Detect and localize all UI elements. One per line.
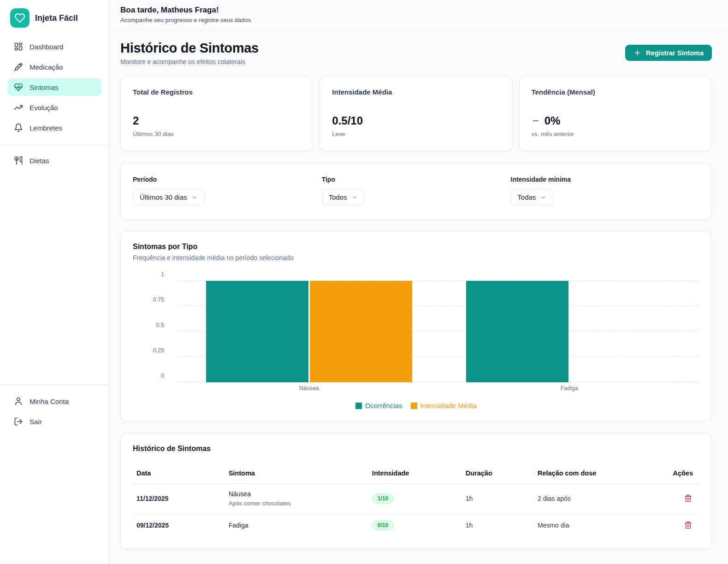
sidebar-item-dashboard[interactable]: Dashboard [7, 38, 101, 55]
stat-card-intensidade-media: Intensidade Média 0.5/10 Leve [320, 77, 512, 151]
sidebar-item-sintomas[interactable]: Sintomas [7, 78, 101, 96]
cell-duracao: 1h [462, 514, 534, 537]
stat-card-tendencia: Tendência (Mensal) 0% vs. mês anterior [519, 77, 712, 151]
stat-label: Total de Registros [133, 88, 301, 96]
column-header-duracao: Duração [462, 465, 534, 484]
app-logo: Injeta Fácil [7, 7, 101, 38]
x-axis-category-label: Fadiga [439, 385, 700, 392]
column-header-sintoma: Sintoma [225, 465, 368, 484]
sidebar-divider [0, 385, 109, 385]
sidebar-item-minha-conta[interactable]: Minha Conta [7, 392, 101, 410]
sidebar-item-label: Medicação [30, 63, 63, 71]
bar-ocorr-ncias[interactable] [466, 281, 568, 382]
dashboard-icon [14, 42, 23, 51]
user-icon [14, 397, 23, 406]
y-axis-tick-label: 0.5 [156, 322, 164, 328]
chevron-down-icon [351, 194, 358, 201]
stat-value: 2 [133, 114, 301, 127]
filter-intensidade-minima: Intensidade mínima Todas [510, 176, 699, 206]
filter-periodo: Período Últimos 30 dias [133, 176, 322, 206]
legend-label: Ocorrências [365, 402, 402, 410]
stat-cards: Total de Registros 2 Últimos 30 dias Int… [120, 77, 712, 151]
bar-group-fadiga [439, 281, 700, 382]
cell-duracao: 1h [462, 484, 534, 514]
stat-caption: Leve [332, 131, 500, 137]
syringe-icon [14, 62, 23, 71]
plus-icon [633, 49, 641, 57]
stat-value: 0.5/10 [332, 114, 500, 127]
sidebar-item-lembretes[interactable]: Lembretes [7, 119, 101, 137]
chart-card: Sintomas por Tipo Frequência e intensida… [120, 231, 712, 421]
cell-intensidade: 1/10 [368, 484, 462, 514]
sidebar-item-label: Sair [30, 418, 42, 426]
utensils-icon [14, 156, 23, 165]
sidebar-item-label: Dietas [30, 157, 49, 165]
greeting: Boa tarde, Matheus Fraga! [120, 6, 717, 15]
periodo-value: Últimos 30 dias [140, 193, 187, 201]
registrar-sintoma-button[interactable]: Registrar Sintoma [625, 45, 712, 61]
tipo-select[interactable]: Todos [322, 189, 365, 206]
page-title: Histórico de Sintomas [120, 41, 259, 56]
stat-label: Tendência (Mensal) [532, 88, 699, 96]
y-axis-tick-label: 0.75 [153, 297, 164, 303]
column-header-intensidade: Intensidade [368, 465, 462, 484]
symptom-name: Fadiga [229, 522, 365, 529]
sidebar-item-dietas[interactable]: Dietas [7, 152, 101, 169]
chart-legend: OcorrênciasIntensidade Média [133, 402, 699, 411]
heart-icon [10, 8, 30, 28]
chevron-down-icon [540, 194, 546, 201]
symptom-note: Após comer chocolates [229, 500, 365, 507]
logout-icon [14, 417, 23, 426]
filter-label: Período [133, 176, 322, 183]
app-name: Injeta Fácil [35, 13, 78, 23]
intensidade-minima-value: Todas [517, 193, 536, 201]
intensidade-minima-select[interactable]: Todas [510, 189, 553, 206]
trash-icon [684, 521, 692, 529]
page-subtitle: Monitore e acompanhe os efeitos colatera… [120, 58, 259, 65]
stat-caption: Últimos 30 dias [133, 131, 301, 137]
stat-value: 0% [532, 114, 699, 127]
stat-label: Intensidade Média [332, 88, 500, 96]
chevron-down-icon [191, 194, 198, 201]
periodo-select[interactable]: Últimos 30 dias [133, 189, 205, 206]
cell-data: 09/12/2025 [133, 514, 225, 537]
table-row: 09/12/2025 Fadiga 0/10 1h Mesmo dia [133, 514, 699, 537]
stat-caption: vs. mês anterior [532, 131, 699, 137]
chart-y-axis: 00.250.50.751 [133, 281, 179, 382]
bar-intensidade-m-dia[interactable] [310, 281, 412, 382]
sidebar-item-label: Evolução [30, 104, 58, 112]
sidebar-item-sair[interactable]: Sair [7, 413, 101, 430]
bell-icon [14, 123, 23, 132]
trash-icon [684, 494, 692, 502]
sidebar-item-label: Sintomas [30, 83, 59, 91]
legend-item[interactable]: Ocorrências [355, 402, 402, 410]
delete-row-button[interactable] [683, 493, 693, 503]
legend-label: Intensidade Média [420, 402, 477, 410]
cell-sintoma: Fadiga [225, 514, 368, 537]
intensity-badge: 1/10 [372, 493, 394, 504]
sidebar-item-label: Lembretes [30, 124, 62, 132]
stat-card-total-registros: Total de Registros 2 Últimos 30 dias [120, 77, 313, 151]
sidebar-item-evolucao[interactable]: Evolução [7, 99, 101, 116]
sidebar-item-label: Dashboard [30, 43, 63, 51]
sidebar-item-medicacao[interactable]: Medicação [7, 58, 101, 76]
y-axis-tick-label: 1 [161, 271, 164, 278]
y-axis-tick-label: 0 [161, 373, 164, 379]
chart-subtitle: Frequência e intensidade média no períod… [133, 254, 699, 261]
table-title: Histórico de Sintomas [133, 445, 699, 453]
cell-relacao: Mesmo dia [534, 514, 669, 537]
chart-title: Sintomas por Tipo [133, 243, 699, 251]
sidebar: Injeta Fácil Dashboard Medicação Sintoma… [0, 0, 109, 564]
table-row: 11/12/2025 Náusea Após comer chocolates … [133, 484, 699, 514]
legend-swatch-icon [411, 403, 417, 409]
bar-ocorr-ncias[interactable] [206, 281, 308, 382]
heart-pulse-icon [14, 83, 23, 92]
delete-row-button[interactable] [683, 520, 693, 530]
filter-label: Tipo [322, 176, 511, 183]
sidebar-divider [0, 144, 109, 144]
intensity-badge: 0/10 [372, 520, 394, 530]
minus-icon [532, 117, 540, 125]
table-header-row: Data Sintoma Intensidade Duração Relação… [133, 465, 699, 484]
legend-item[interactable]: Intensidade Média [411, 402, 477, 410]
bar-group-nausea [179, 281, 439, 382]
